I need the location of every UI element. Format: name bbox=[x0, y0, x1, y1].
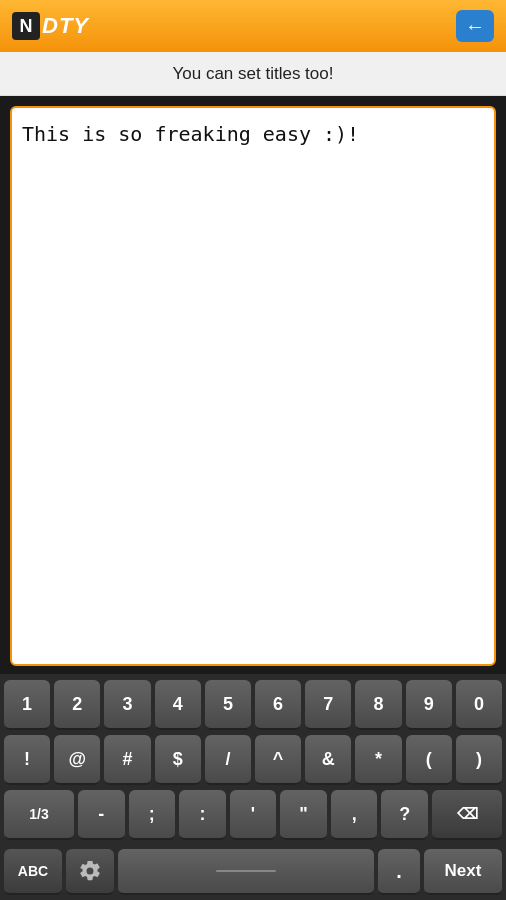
key-question[interactable]: ? bbox=[381, 790, 428, 840]
app-header: N DTY ← bbox=[0, 0, 506, 52]
key-settings[interactable] bbox=[66, 849, 114, 895]
key-backspace[interactable]: ⌫ bbox=[432, 790, 502, 840]
key-abc[interactable]: ABC bbox=[4, 849, 62, 895]
key-asterisk[interactable]: * bbox=[355, 735, 401, 785]
key-3[interactable]: 3 bbox=[104, 680, 150, 730]
back-button[interactable]: ← bbox=[456, 10, 494, 42]
key-6[interactable]: 6 bbox=[255, 680, 301, 730]
key-slash[interactable]: / bbox=[205, 735, 251, 785]
key-lparen[interactable]: ( bbox=[406, 735, 452, 785]
key-excl[interactable]: ! bbox=[4, 735, 50, 785]
keyboard-bottom-bar: ABC . Next bbox=[0, 844, 506, 900]
key-caret[interactable]: ^ bbox=[255, 735, 301, 785]
key-7[interactable]: 7 bbox=[305, 680, 351, 730]
key-1[interactable]: 1 bbox=[4, 680, 50, 730]
note-title: You can set titles too! bbox=[173, 64, 334, 84]
key-next[interactable]: Next bbox=[424, 849, 502, 895]
key-4[interactable]: 4 bbox=[155, 680, 201, 730]
title-bar: You can set titles too! bbox=[0, 52, 506, 96]
logo-dty: DTY bbox=[42, 13, 89, 39]
keyboard-row-misc: 1/3 - ; : ' " , ? ⌫ bbox=[4, 790, 502, 840]
note-editor-container[interactable] bbox=[10, 106, 496, 666]
key-dash[interactable]: - bbox=[78, 790, 125, 840]
key-2[interactable]: 2 bbox=[54, 680, 100, 730]
key-comma[interactable]: , bbox=[331, 790, 378, 840]
key-apos[interactable]: ' bbox=[230, 790, 277, 840]
key-0[interactable]: 0 bbox=[456, 680, 502, 730]
key-page-switch[interactable]: 1/3 bbox=[4, 790, 74, 840]
key-semicolon[interactable]: ; bbox=[129, 790, 176, 840]
logo-n: N bbox=[12, 12, 40, 40]
key-colon[interactable]: : bbox=[179, 790, 226, 840]
key-quote[interactable]: " bbox=[280, 790, 327, 840]
key-dollar[interactable]: $ bbox=[155, 735, 201, 785]
key-at[interactable]: @ bbox=[54, 735, 100, 785]
key-space[interactable] bbox=[118, 849, 374, 895]
key-amp[interactable]: & bbox=[305, 735, 351, 785]
app-logo: N DTY bbox=[12, 12, 89, 40]
key-rparen[interactable]: ) bbox=[456, 735, 502, 785]
keyboard: 1 2 3 4 5 6 7 8 9 0 ! @ # $ / ^ & * ( ) … bbox=[0, 674, 506, 844]
space-bar-indicator bbox=[216, 870, 276, 872]
key-9[interactable]: 9 bbox=[406, 680, 452, 730]
key-period[interactable]: . bbox=[378, 849, 420, 895]
keyboard-row-numbers: 1 2 3 4 5 6 7 8 9 0 bbox=[4, 680, 502, 730]
key-5[interactable]: 5 bbox=[205, 680, 251, 730]
keyboard-row-symbols: ! @ # $ / ^ & * ( ) bbox=[4, 735, 502, 785]
back-arrow-icon: ← bbox=[465, 16, 485, 36]
key-hash[interactable]: # bbox=[104, 735, 150, 785]
key-8[interactable]: 8 bbox=[355, 680, 401, 730]
note-editor[interactable] bbox=[12, 108, 494, 664]
gear-icon bbox=[78, 859, 102, 883]
